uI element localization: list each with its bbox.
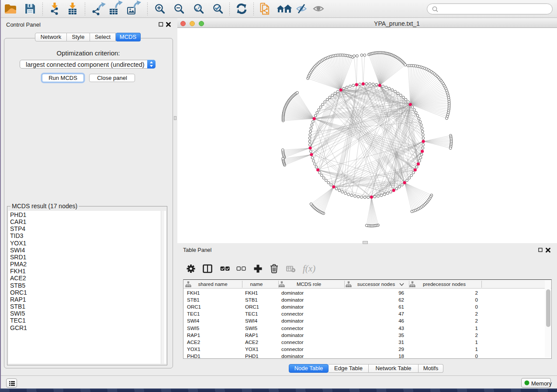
svg-text:f(x): f(x) [303, 263, 315, 274]
